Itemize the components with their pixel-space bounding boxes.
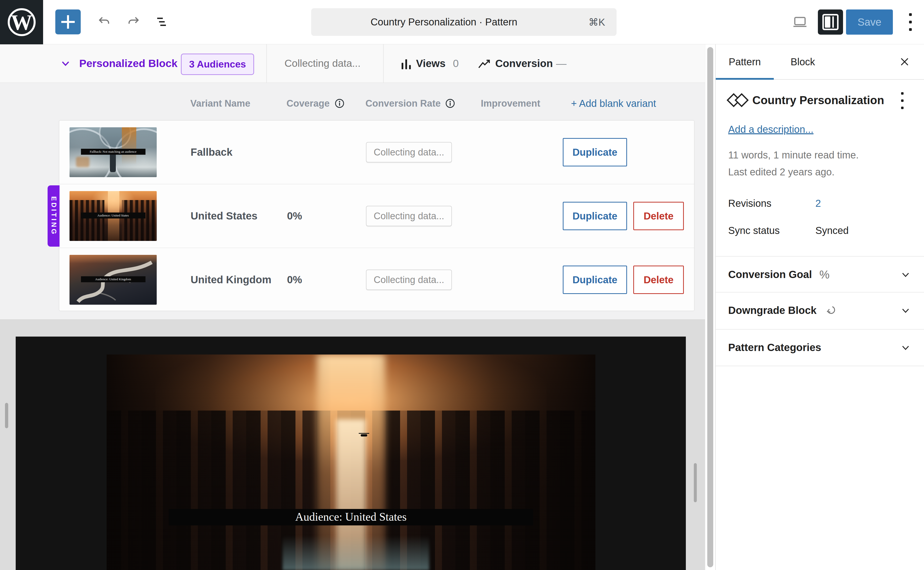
variant-name: United Kingdom: [191, 248, 271, 311]
sync-status-label: Sync status: [728, 225, 780, 236]
kebab-icon: [909, 13, 912, 31]
editor-scrollbar-track: [705, 44, 716, 570]
bar-chart-icon: [401, 59, 413, 69]
variant-row-united-kingdom: Audience: United Kingdom United Kingdom …: [59, 248, 694, 311]
variant-thumbnail-united-states[interactable]: Audience: United States: [69, 191, 157, 241]
pattern-options-button[interactable]: [893, 88, 911, 113]
redo-button[interactable]: [121, 9, 146, 34]
block-inserter-button[interactable]: [55, 9, 81, 34]
variant-row-united-states: Audience: United States United States 0%…: [59, 184, 694, 248]
sidebar-icon: [822, 14, 838, 30]
variants-card: Fallback: Not matching an audience Fallb…: [59, 120, 694, 311]
column-header-variant-name: Variant Name: [190, 98, 250, 109]
add-blank-variant-link[interactable]: + Add blank variant: [571, 98, 656, 109]
variant-row-fallback: Fallback: Not matching an audience Fallb…: [59, 121, 694, 184]
undo-button[interactable]: [92, 9, 117, 34]
panel-label: Downgrade Block: [728, 305, 817, 316]
settings-sidebar-toggle[interactable]: [818, 9, 843, 35]
settings-sidebar: Pattern Block Country Personalization Ad…: [715, 44, 924, 570]
sidebar-divider: [716, 366, 924, 366]
variant-name: United States: [191, 184, 257, 248]
collecting-data-button[interactable]: Collecting data...: [366, 142, 452, 162]
collecting-data-status: Collecting data...: [285, 44, 360, 83]
chevron-down-icon: [900, 305, 911, 316]
active-tab-indicator: [716, 78, 774, 80]
info-icon[interactable]: [334, 98, 345, 109]
panel-pattern-categories[interactable]: Pattern Categories: [716, 329, 924, 365]
delete-button[interactable]: Delete: [633, 265, 684, 294]
editor-scrollbar-thumb[interactable]: [707, 47, 713, 567]
collecting-data-button[interactable]: Collecting data...: [366, 270, 452, 290]
percent-icon: %: [819, 268, 830, 281]
document-overview-button[interactable]: [149, 9, 175, 34]
variant-coverage: 0%: [287, 184, 302, 248]
delete-button[interactable]: Delete: [633, 202, 684, 230]
preview-caption: Audience: United States: [169, 509, 533, 526]
personalized-block-selector[interactable]: Personalized Block: [79, 44, 178, 83]
chevron-down-icon[interactable]: [60, 58, 71, 69]
duplicate-button[interactable]: Duplicate: [563, 202, 627, 230]
editing-badge-label: EDITING: [50, 196, 58, 236]
thumbnail-caption: Audience: United Kingdom: [81, 276, 146, 282]
editing-badge: EDITING: [48, 185, 60, 247]
revisions-label: Revisions: [728, 198, 771, 209]
redo-icon: [126, 15, 141, 29]
tab-pattern[interactable]: Pattern: [716, 44, 774, 79]
panel-label: Pattern Categories: [728, 342, 821, 354]
wordpress-logo-icon: W: [8, 8, 35, 36]
sidebar-tabs: Pattern Block: [716, 44, 924, 80]
preview-frame: Audience: United States: [16, 337, 686, 570]
variant-name: Fallback: [191, 121, 233, 184]
document-title-command-bar[interactable]: Country Personalization · Pattern ⌘K: [311, 8, 617, 36]
canvas-right-scrollbar[interactable]: [694, 463, 697, 502]
add-description-link[interactable]: Add a description...: [728, 124, 814, 135]
duplicate-button[interactable]: Duplicate: [563, 265, 627, 294]
last-edited-meta: Last edited 2 years ago.: [728, 166, 835, 178]
pattern-symbol-icon: [729, 93, 750, 107]
chevron-down-icon: [900, 342, 911, 353]
info-icon[interactable]: [445, 98, 455, 109]
thumbnail-caption: Audience: United States: [81, 213, 146, 219]
close-icon: [899, 56, 910, 67]
views-metric[interactable]: Views: [416, 44, 446, 83]
pattern-header: Country Personalization: [716, 80, 924, 121]
trending-up-icon: [478, 59, 492, 69]
canvas-left-scrollbar[interactable]: [5, 403, 8, 428]
variant-coverage: 0%: [287, 248, 302, 311]
preview-button[interactable]: [787, 9, 813, 34]
collecting-data-button[interactable]: Collecting data...: [366, 206, 452, 226]
thumbnail-caption: Fallback: Not matching an audience: [81, 149, 146, 155]
helicopter-silhouette: [361, 434, 367, 437]
preview-image-block[interactable]: Audience: United States: [107, 354, 595, 570]
conversion-metric[interactable]: Conversion: [495, 44, 553, 83]
variant-thumbnail-fallback[interactable]: Fallback: Not matching an audience: [69, 127, 157, 177]
list-view-icon: [155, 14, 170, 29]
tab-block[interactable]: Block: [774, 44, 832, 79]
conversion-value: —: [556, 44, 567, 83]
panel-label: Conversion Goal: [728, 268, 812, 280]
panel-conversion-goal[interactable]: Conversion Goal %: [716, 257, 924, 293]
variants-section: Variant Name Coverage Conversion Rate Im…: [0, 83, 705, 319]
audiences-badge[interactable]: 3 Audiences: [181, 54, 254, 75]
duplicate-button[interactable]: Duplicate: [563, 138, 627, 166]
editor-canvas: Audience: United States: [0, 319, 705, 570]
block-toolbar: Personalized Block 3 Audiences Collectin…: [0, 44, 705, 83]
close-sidebar-button[interactable]: [896, 53, 913, 71]
word-count-meta: 11 words, 1 minute read time.: [728, 149, 859, 161]
column-header-conversion-rate: Conversion Rate: [365, 98, 441, 109]
chevron-down-icon: [900, 269, 911, 280]
laptop-icon: [792, 14, 808, 30]
panel-downgrade-block[interactable]: Downgrade Block: [716, 293, 924, 328]
command-shortcut: ⌘K: [588, 8, 605, 36]
top-bar: W Country Personalization · Pattern ⌘K: [0, 0, 924, 44]
column-header-coverage: Coverage: [287, 98, 329, 109]
document-title: Country Personalization · Pattern: [311, 8, 577, 36]
toolbar-divider: [383, 44, 384, 83]
pattern-title: Country Personalization: [752, 80, 884, 121]
variant-thumbnail-united-kingdom[interactable]: Audience: United Kingdom: [69, 255, 157, 305]
save-button[interactable]: Save: [846, 9, 893, 35]
revisions-count-link[interactable]: 2: [815, 198, 821, 209]
options-menu-button[interactable]: [901, 9, 920, 34]
wordpress-menu-button[interactable]: W: [0, 0, 43, 44]
views-value: 0: [453, 44, 459, 83]
